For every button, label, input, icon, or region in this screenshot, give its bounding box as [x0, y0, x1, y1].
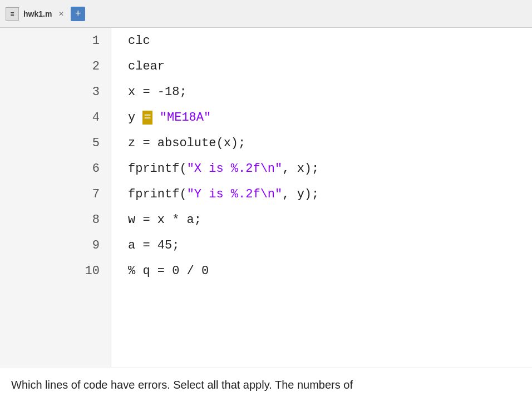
code-line: w = x * a;: [128, 207, 532, 232]
code-token: y: [128, 111, 142, 125]
string-token: "X is %.2f\n": [187, 162, 283, 176]
code-area[interactable]: clcclearx = -18;y = "ME18A"z = absolute(…: [111, 28, 532, 395]
code-token: % q = 0 / 0: [128, 264, 209, 278]
line-number: 7: [0, 181, 111, 207]
code-line: x = -18;: [128, 79, 532, 105]
highlighted-equals: =: [142, 111, 152, 125]
code-line: z = absolute(x);: [128, 130, 532, 156]
line-number: 3: [0, 79, 111, 105]
code-line: fprintf("Y is %.2f\n", y);: [128, 181, 532, 207]
code-line: clear: [128, 53, 532, 79]
code-token: a = 45;: [128, 239, 179, 252]
code-line: y = "ME18A": [128, 105, 532, 130]
line-number: 5: [0, 130, 111, 156]
code-token: x = -18;: [128, 85, 187, 99]
code-token: clc: [128, 34, 150, 48]
tab-filename[interactable]: hwk1.m: [23, 9, 52, 18]
tab-close-icon[interactable]: ✕: [58, 10, 64, 18]
line-number: 10: [0, 258, 111, 284]
line-number: 9: [0, 232, 111, 258]
code-token: [152, 111, 160, 125]
code-token: fprintf(: [128, 162, 187, 176]
line-number: 4: [0, 105, 111, 130]
top-bar: ≡ hwk1.m ✕ +: [0, 0, 532, 28]
line-numbers-panel: 12345678910: [0, 28, 111, 395]
code-token: fprintf(: [128, 187, 187, 201]
code-line: % q = 0 / 0: [128, 258, 532, 284]
string-token: "ME18A": [160, 111, 211, 125]
code-editor: 12345678910 clcclearx = -18;y = "ME18A"z…: [0, 28, 532, 395]
code-token: w = x * a;: [128, 213, 201, 227]
code-line: clc: [128, 28, 532, 53]
string-token: "Y is %.2f\n": [187, 187, 283, 201]
line-number: 1: [0, 28, 111, 53]
tab-icon-symbol: ≡: [10, 10, 14, 18]
line-number: 8: [0, 207, 111, 232]
code-token: clear: [128, 59, 165, 73]
question-label: Which lines of code have errors. Select …: [11, 379, 353, 391]
line-number: 2: [0, 53, 111, 79]
code-line: a = 45;: [128, 232, 532, 258]
line-number: 6: [0, 156, 111, 181]
question-text: Which lines of code have errors. Select …: [0, 367, 532, 402]
code-token: , x);: [282, 162, 319, 176]
code-line: fprintf("X is %.2f\n", x);: [128, 156, 532, 181]
code-token: , y);: [282, 187, 319, 201]
tab-icon: ≡: [6, 7, 19, 21]
code-token: z = absolute(x);: [128, 136, 245, 150]
new-tab-button[interactable]: +: [71, 7, 85, 21]
